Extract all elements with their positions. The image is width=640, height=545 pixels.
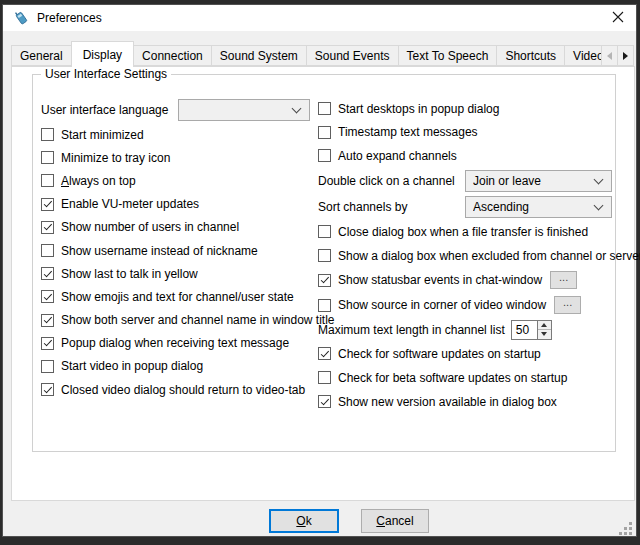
arrow-up-icon — [541, 323, 547, 327]
checkbox-row: Show a dialog box when excluded from cha… — [318, 244, 614, 268]
checkbox-row: Show emojis and text for channel/user st… — [41, 285, 318, 308]
right-column: Start desktops in popup dialog Timestamp… — [318, 97, 614, 414]
username-instead-nickname-checkbox[interactable] — [41, 244, 54, 257]
checkbox-row: Enable VU-meter updates — [41, 193, 318, 216]
auto-expand-channels-checkbox[interactable] — [318, 149, 331, 162]
checkbox-row: Popup dialog when receiving text message — [41, 332, 318, 355]
checkbox-row: Show both server and channel name in win… — [41, 309, 318, 332]
checkbox-row: Show last to talk in yellow — [41, 262, 318, 285]
language-combobox[interactable] — [178, 99, 310, 121]
checkbox-row: Start video in popup dialog — [41, 355, 318, 378]
popup-text-message-checkbox[interactable] — [41, 337, 54, 350]
max-text-length-row: Maximum text length in channel list 50 — [318, 318, 614, 342]
double-click-combobox[interactable]: Join or leave — [465, 170, 612, 192]
checkbox-row: Minimize to tray icon — [41, 146, 318, 169]
close-icon — [612, 11, 624, 26]
tab-scroll-left-button[interactable] — [601, 45, 618, 66]
max-text-length-label: Maximum text length in channel list — [318, 323, 505, 337]
chevron-down-icon — [595, 176, 603, 184]
video-popup-checkbox[interactable] — [41, 360, 54, 373]
spinbox-value[interactable]: 50 — [512, 321, 537, 339]
new-version-dialog-checkbox[interactable] — [318, 395, 331, 408]
group-title: User Interface Settings — [41, 67, 171, 81]
checkbox-row: Start desktops in popup dialog — [318, 97, 614, 121]
tab-scroll-buttons — [601, 45, 634, 66]
statusbar-events-more-button[interactable]: ... — [550, 271, 577, 289]
checkbox-row: Closed video dialog should return to vid… — [41, 378, 318, 401]
display-tab-page: User Interface Settings User interface l… — [11, 66, 635, 501]
beta-updates-checkbox[interactable] — [318, 371, 331, 384]
chevron-down-icon — [293, 105, 301, 113]
closed-video-return-checkbox[interactable] — [41, 383, 54, 396]
tab-bar: General Display Connection Sound System … — [11, 41, 635, 67]
sort-channels-row: Sort channels by Ascending — [318, 194, 614, 220]
vu-meter-updates-checkbox[interactable] — [41, 198, 54, 211]
left-column: User interface language Start minimized … — [41, 97, 318, 401]
spin-down-button[interactable] — [538, 330, 551, 339]
spin-up-button[interactable] — [538, 321, 551, 331]
emoji-text-state-checkbox[interactable] — [41, 290, 54, 303]
ok-button[interactable]: Ok — [269, 509, 339, 533]
last-talk-yellow-checkbox[interactable] — [41, 267, 54, 280]
server-channel-title-checkbox[interactable] — [41, 314, 54, 327]
close-filetransfer-dialog-checkbox[interactable] — [318, 225, 331, 238]
arrow-left-icon — [607, 52, 612, 60]
checkbox-row: Start minimized — [41, 123, 318, 146]
tab-sound-system[interactable]: Sound System — [211, 45, 307, 66]
close-button[interactable] — [600, 5, 636, 31]
show-user-count-checkbox[interactable] — [41, 221, 54, 234]
language-row: User interface language — [41, 97, 318, 123]
language-label: User interface language — [41, 103, 168, 117]
start-desktops-popup-checkbox[interactable] — [318, 102, 331, 115]
sort-channels-combobox[interactable]: Ascending — [465, 196, 612, 218]
checkbox-row: Always on top — [41, 169, 318, 192]
preferences-window: Preferences General Display Connection S… — [2, 4, 637, 537]
excluded-dialog-checkbox[interactable] — [318, 249, 331, 262]
checkbox-row: Auto expand channels — [318, 144, 614, 168]
checkbox-row: Show new version available in dialog box — [318, 390, 614, 414]
minimize-to-tray-checkbox[interactable] — [41, 151, 54, 164]
video-source-corner-checkbox[interactable] — [318, 299, 331, 312]
checkbox-row: Close dialog box when a file transfer is… — [318, 220, 614, 244]
spin-buttons — [537, 321, 551, 339]
sort-channels-label: Sort channels by — [318, 200, 407, 214]
tab-text-to-speech[interactable]: Text To Speech — [398, 45, 498, 66]
software-updates-checkbox[interactable] — [318, 347, 331, 360]
checkbox-row: Show username instead of nickname — [41, 239, 318, 262]
app-icon — [13, 10, 29, 26]
statusbar-events-checkbox[interactable] — [318, 274, 331, 287]
checkbox-row: Show statusbar events in chat-window ... — [318, 268, 614, 293]
tab-connection[interactable]: Connection — [133, 45, 212, 66]
titlebar[interactable]: Preferences — [3, 5, 636, 31]
max-text-length-spinbox: 50 — [511, 320, 552, 340]
tab-scroll-right-button[interactable] — [617, 45, 634, 66]
start-minimized-checkbox[interactable] — [41, 128, 54, 141]
cancel-button[interactable]: Cancel — [361, 509, 429, 533]
checkbox-row: Show source in corner of video window ..… — [318, 293, 614, 318]
always-on-top-checkbox[interactable] — [41, 174, 54, 187]
checkbox-row: Show number of users in channel — [41, 216, 318, 239]
window-title: Preferences — [37, 11, 102, 25]
tab-shortcuts[interactable]: Shortcuts — [496, 45, 565, 66]
double-click-row: Double click on a channel Join or leave — [318, 168, 614, 194]
arrow-down-icon — [541, 332, 547, 336]
video-source-more-button[interactable]: ... — [554, 296, 581, 314]
user-interface-settings-group: User Interface Settings User interface l… — [32, 74, 616, 452]
checkbox-row: Check for software updates on startup — [318, 342, 614, 366]
arrow-right-icon — [623, 52, 628, 60]
timestamp-messages-checkbox[interactable] — [318, 126, 331, 139]
dialog-body: General Display Connection Sound System … — [3, 31, 636, 538]
checkbox-row: Timestamp text messages — [318, 121, 614, 145]
tab-general[interactable]: General — [11, 45, 72, 66]
tab-display[interactable]: Display — [71, 41, 134, 67]
chevron-down-icon — [595, 202, 603, 210]
resize-grip[interactable] — [619, 522, 632, 535]
checkbox-row: Check for beta software updates on start… — [318, 366, 614, 390]
double-click-label: Double click on a channel — [318, 174, 455, 188]
tab-sound-events[interactable]: Sound Events — [306, 45, 399, 66]
